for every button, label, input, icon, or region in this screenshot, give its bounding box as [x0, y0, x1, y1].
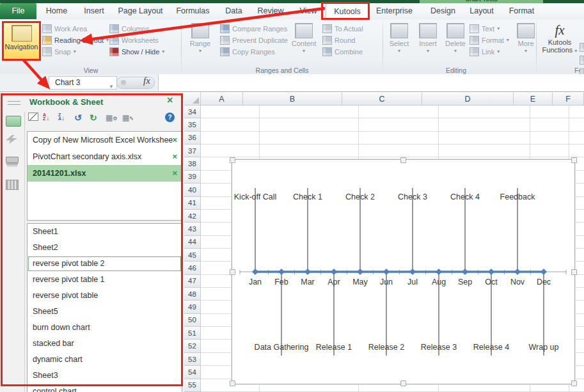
workbook-sheet-tab-icon[interactable] [6, 116, 21, 127]
chart-grip-handle[interactable] [230, 157, 235, 163]
tab-review[interactable]: Review [250, 3, 291, 19]
column-header-c[interactable]: C [342, 93, 422, 106]
row-header-55[interactable]: 55 [184, 379, 201, 392]
row-header-39[interactable]: 39 [184, 171, 201, 184]
sheet-item-reverse-pivot-table-2[interactable]: reverse pivot table 2 [28, 256, 182, 272]
delete-button[interactable]: Delete ▾ [442, 21, 469, 59]
content-button[interactable]: Content ▾ [288, 21, 320, 59]
reading-layout-button[interactable]: Reading Layout▾ [42, 35, 109, 45]
grid-gear-icon[interactable]: ▦⚙ [106, 113, 118, 122]
chart-grip-handle[interactable] [230, 380, 235, 386]
column-header-d[interactable]: D [422, 93, 514, 106]
toggle-pane-icon[interactable] [28, 113, 38, 123]
help-icon[interactable]: ? [165, 113, 175, 122]
select-all-corner[interactable] [184, 93, 201, 106]
sheet-item-dynamic-chart[interactable]: dynamic chart [28, 352, 182, 368]
row-header-51[interactable]: 51 [184, 327, 201, 340]
format-button[interactable]: Format▾ [470, 35, 509, 45]
sheet-item-reverse-pivot-table[interactable]: reverse pivot table [28, 288, 182, 304]
sort-az-icon[interactable]: AZ↓ [43, 113, 50, 122]
range-button[interactable]: Range ▾ [183, 21, 217, 59]
chart-grip-handle[interactable] [571, 157, 577, 163]
chart-grip-handle[interactable] [400, 157, 406, 163]
kutools-functions-button[interactable]: fxKutoolsFunctions ▾ [539, 21, 580, 59]
snap-button[interactable]: Snap▾ [42, 46, 76, 57]
tab-enterprise[interactable]: Enterprise [368, 3, 421, 19]
link-button[interactable]: Link▾ [470, 46, 500, 57]
close-workbook-icon[interactable]: × [172, 132, 177, 148]
text-button[interactable]: Text▾ [470, 23, 500, 34]
sheet-item-sheet3[interactable]: Sheet3 [28, 368, 182, 384]
pane-grip-icon[interactable] [8, 101, 20, 105]
columns-list-icon[interactable] [6, 180, 19, 190]
row-header-34[interactable]: 34 [184, 106, 201, 118]
row-header-52[interactable]: 52 [184, 340, 201, 352]
combine-button[interactable]: Combine [322, 46, 363, 57]
chevron-down-icon[interactable]: ▼ [109, 81, 114, 93]
row-header-53[interactable]: 53 [184, 353, 201, 366]
tab-data[interactable]: Data [217, 3, 250, 19]
sort-za-icon[interactable]: ZA↓ [58, 113, 65, 122]
sheet-item-control-chart[interactable]: control chart [28, 384, 182, 392]
sheet-item-stacked-bar[interactable]: stacked bar [28, 336, 182, 352]
tab-page-layout[interactable]: Page Layout [113, 3, 168, 19]
row-header-48[interactable]: 48 [184, 288, 201, 301]
chart-grip-handle[interactable] [571, 380, 577, 386]
worksheets-button[interactable]: Worksheets [109, 35, 159, 45]
refresh-cw-icon[interactable]: ↻ [90, 113, 97, 123]
chart-grip-handle[interactable] [400, 380, 406, 386]
tab-home[interactable]: Home [38, 3, 75, 19]
more-button[interactable]: More ▾ [514, 21, 538, 59]
sheet-item-reverse-pivot-table-1[interactable]: reverse pivot table 1 [28, 272, 182, 288]
refresh-ccw-icon[interactable]: ↺ [74, 113, 82, 123]
formula-input[interactable] [158, 74, 584, 91]
row-header-41[interactable]: 41 [184, 197, 201, 210]
workbook-item[interactable]: Copy of New Microsoft Excel Workshee× [28, 132, 182, 148]
columns-button[interactable]: Columns [109, 23, 149, 34]
row-header-50[interactable]: 50 [184, 314, 201, 327]
chart-grip-handle[interactable] [230, 269, 235, 275]
sheet-item-sheet1[interactable]: Sheet1 [28, 224, 182, 240]
work-area-button[interactable]: Work Area [42, 23, 87, 34]
row-header-40[interactable]: 40 [184, 184, 201, 196]
grid-edit-icon[interactable]: ▦✎ [122, 113, 134, 122]
tab-file[interactable]: File [0, 3, 36, 19]
column-header-f[interactable]: F [553, 93, 584, 106]
tab-format[interactable]: Format [500, 3, 544, 19]
column-header-a[interactable]: A [201, 93, 243, 106]
tab-formulas[interactable]: Formulas [168, 3, 217, 19]
row-header-46[interactable]: 46 [184, 262, 201, 274]
workbook-item[interactable]: 20141201.xlsx× [28, 165, 182, 182]
chart-grip-handle[interactable] [571, 269, 577, 275]
row-header-38[interactable]: 38 [184, 157, 201, 170]
round-button[interactable]: Round [322, 35, 355, 45]
row-header-45[interactable]: 45 [184, 249, 201, 262]
close-workbook-icon[interactable]: × [172, 148, 177, 165]
name-box[interactable]: Chart 3 ▼ [49, 76, 117, 90]
column-header-b[interactable]: B [243, 93, 342, 106]
select-button[interactable]: Select ▾ [385, 21, 413, 59]
layers-icon[interactable] [6, 157, 19, 163]
row-header-35[interactable]: 35 [184, 118, 201, 131]
tab-design[interactable]: Design [422, 3, 464, 19]
copy-ranges-button[interactable]: Copy Ranges [220, 46, 275, 57]
close-workbook-icon[interactable]: × [172, 165, 177, 182]
navigation-button[interactable]: Navigation [2, 21, 41, 61]
tab-insert[interactable]: Insert [75, 3, 113, 19]
lightning-icon[interactable] [6, 135, 17, 144]
row-header-37[interactable]: 37 [184, 145, 201, 157]
workbook-item[interactable]: PivotChart secondary axis.xlsx× [28, 148, 182, 165]
tab-kutools[interactable]: Kutools [326, 3, 369, 19]
sheet-item-burn-down-chart[interactable]: burn down chart [28, 320, 182, 336]
row-header-47[interactable]: 47 [184, 275, 201, 288]
row-header-36[interactable]: 36 [184, 132, 201, 145]
insert-button[interactable]: Insert ▾ [415, 21, 441, 59]
row-header-49[interactable]: 49 [184, 301, 201, 313]
close-icon[interactable]: × [167, 95, 173, 106]
row-header-42[interactable]: 42 [184, 210, 201, 223]
row-header-44[interactable]: 44 [184, 236, 201, 249]
compare-ranges-button[interactable]: Compare Ranges [220, 23, 287, 34]
row-header-54[interactable]: 54 [184, 366, 201, 379]
tab-layout[interactable]: Layout [464, 3, 500, 19]
sheet-item-sheet5[interactable]: Sheet5 [28, 304, 182, 320]
